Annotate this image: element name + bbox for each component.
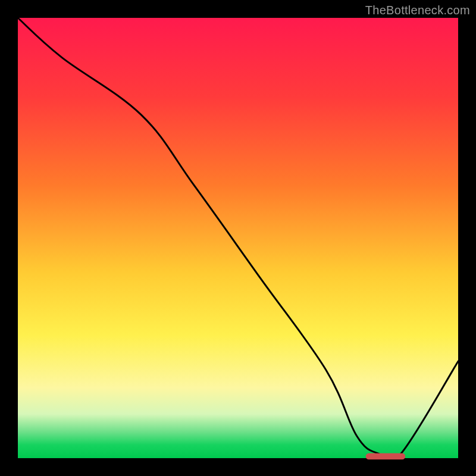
chart-stage: TheBottleneck.com bbox=[0, 0, 476, 476]
watermark-text: TheBottleneck.com bbox=[365, 4, 470, 17]
plot-area bbox=[18, 18, 458, 458]
marker-layer bbox=[18, 18, 458, 458]
optimal-marker bbox=[366, 453, 406, 459]
